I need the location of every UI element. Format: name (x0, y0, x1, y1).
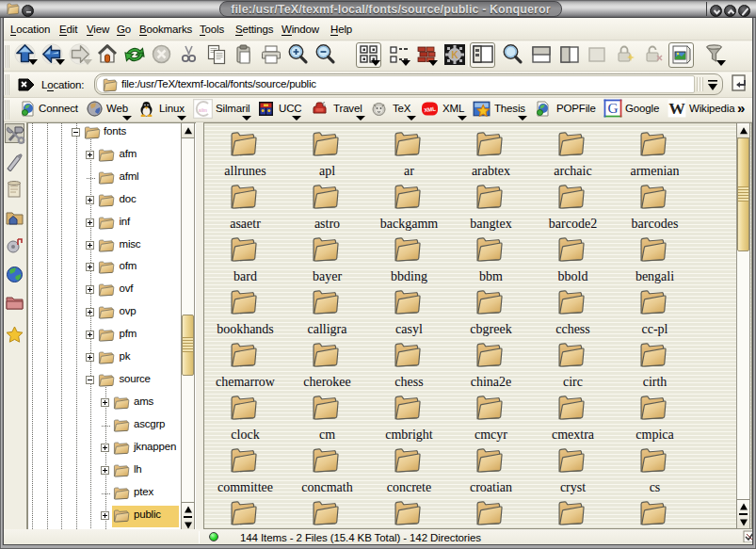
svg-text:K: K (451, 50, 458, 60)
svg-text:G: G (607, 100, 618, 116)
svg-text:W: W (668, 99, 685, 118)
svg-text:silm: silm (199, 108, 207, 113)
